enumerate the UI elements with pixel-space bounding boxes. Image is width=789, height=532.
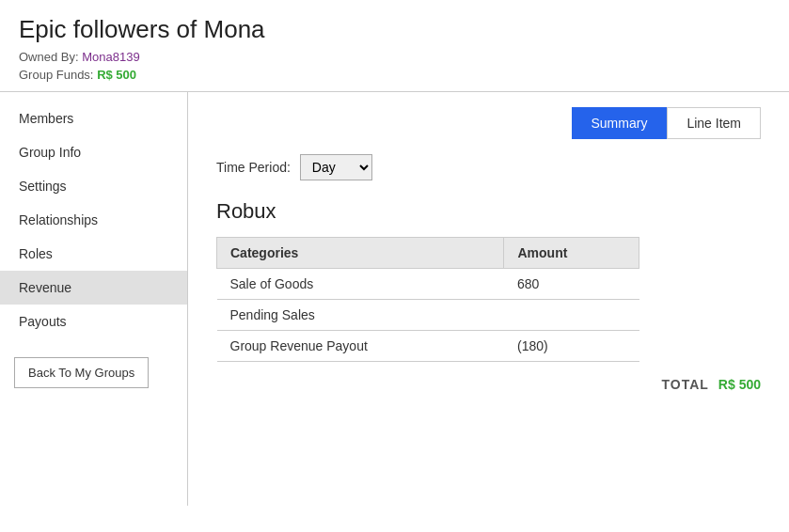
table-row: Group Revenue Payout (180)	[217, 331, 639, 362]
sidebar-link-roles[interactable]: Roles	[0, 237, 187, 271]
revenue-table: Categories Amount Sale of Goods 680 Pend…	[216, 237, 639, 362]
sidebar-item-settings[interactable]: Settings	[0, 169, 187, 203]
row-amount: 680	[504, 269, 639, 300]
sidebar-item-members[interactable]: Members	[0, 102, 187, 135]
page-title: Epic followers of Mona	[19, 15, 770, 44]
sidebar-item-group-info[interactable]: Group Info	[0, 135, 187, 169]
col-header-categories: Categories	[217, 238, 504, 269]
sidebar-nav: Members Group Info Settings Relationship…	[0, 102, 187, 338]
main-layout: Members Group Info Settings Relationship…	[0, 92, 789, 506]
table-row: Pending Sales	[217, 300, 639, 331]
row-category: Group Revenue Payout	[217, 331, 504, 362]
row-category: Sale of Goods	[217, 269, 504, 300]
back-button-container: Back To My Groups	[14, 357, 173, 388]
total-label: TOTAL	[661, 377, 708, 392]
row-amount	[504, 300, 639, 331]
page-header: Epic followers of Mona Owned By: Mona813…	[0, 0, 789, 91]
row-amount: (180)	[504, 331, 639, 362]
sidebar-item-payouts[interactable]: Payouts	[0, 305, 187, 338]
total-row: TOTAL R$ 500	[216, 377, 761, 392]
sidebar-link-members[interactable]: Members	[0, 102, 187, 135]
sidebar-link-payouts[interactable]: Payouts	[0, 305, 187, 338]
owner-link[interactable]: Mona8139	[82, 50, 139, 64]
group-funds-amount: R$ 500	[97, 68, 136, 82]
row-category: Pending Sales	[217, 300, 504, 331]
sidebar: Members Group Info Settings Relationship…	[0, 92, 188, 506]
back-to-groups-button[interactable]: Back To My Groups	[14, 357, 149, 388]
owned-by: Owned By: Mona8139	[19, 50, 770, 64]
sidebar-link-relationships[interactable]: Relationships	[0, 203, 187, 237]
sidebar-link-group-info[interactable]: Group Info	[0, 135, 187, 169]
sidebar-item-revenue[interactable]: Revenue	[0, 271, 187, 305]
time-period-select[interactable]: Day Week Month Year	[300, 154, 372, 180]
tab-summary[interactable]: Summary	[572, 107, 668, 139]
main-content: Summary Line Item Time Period: Day Week …	[188, 92, 789, 506]
revenue-section-title: Robux	[216, 199, 761, 224]
total-amount: R$ 500	[718, 377, 761, 392]
table-row: Sale of Goods 680	[217, 269, 639, 300]
sidebar-item-relationships[interactable]: Relationships	[0, 203, 187, 237]
time-period-label: Time Period:	[216, 160, 291, 175]
time-period-row: Time Period: Day Week Month Year	[216, 154, 761, 180]
tab-bar: Summary Line Item	[216, 107, 761, 139]
group-funds: Group Funds: R$ 500	[19, 68, 770, 82]
tab-line-item[interactable]: Line Item	[667, 107, 761, 139]
sidebar-link-settings[interactable]: Settings	[0, 169, 187, 203]
col-header-amount: Amount	[504, 238, 639, 269]
sidebar-item-roles[interactable]: Roles	[0, 237, 187, 271]
sidebar-link-revenue[interactable]: Revenue	[0, 271, 187, 305]
